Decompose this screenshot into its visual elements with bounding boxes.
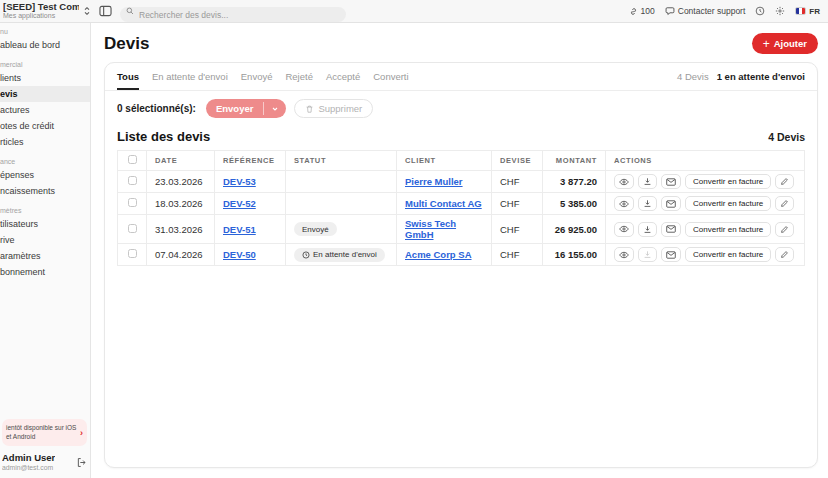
org-info: [SEED] Test Company ... Mes applications [3,2,79,19]
client-link[interactable]: Pierre Muller [405,176,463,187]
mobile-app-promo[interactable]: ientôt disponible sur iOS et Android › [2,419,87,447]
amount-cell: 3 877.20 [543,171,606,193]
logout-icon[interactable] [76,457,87,468]
sidebar-item-clients[interactable]: lients [0,70,90,86]
org-switcher[interactable]: [SEED] Test Company ... Mes applications [3,2,91,19]
send-label: Envoyer [206,99,264,118]
email-button[interactable] [661,196,681,211]
user-account[interactable]: Admin User admin@test.com [2,453,87,472]
column-actions: ACTIONS [606,151,805,171]
column-montant: MONTANT [543,151,606,171]
eye-icon [619,251,629,259]
view-button[interactable] [614,222,634,237]
sidebar-item-encaissements[interactable]: ncaissements [0,183,90,199]
table-row: 23.03.2026 DEV-53 Pierre Muller CHF 3 87… [118,171,805,193]
tabs-counts: 4 Devis 1 en attente d'envoi [677,63,805,90]
status-cell: Envoyé [286,215,397,244]
client-link[interactable]: Swiss Tech GmbH [405,218,456,240]
download-button[interactable] [638,174,657,189]
convert-to-invoice-button[interactable]: Convertir en facture [685,247,771,262]
sidebar-toggle-icon[interactable] [99,5,112,17]
download-button[interactable] [638,247,657,262]
view-button[interactable] [614,247,634,262]
trash-icon [305,104,314,114]
status-cell: En attente d'envoi [286,244,397,266]
delete-button[interactable]: Supprimer [294,99,373,118]
french-flag-icon [795,7,806,15]
reference-link[interactable]: DEV-50 [223,249,256,260]
sidebar-item-abonnement[interactable]: bonnement [0,264,90,280]
sidebar-item-notes-de-credit[interactable]: otes de crédit [0,118,90,134]
edit-button[interactable] [775,247,794,262]
tab-converti[interactable]: Converti [373,63,408,90]
clock-icon [302,251,310,259]
row-checkbox[interactable] [128,198,137,207]
edit-button[interactable] [775,222,794,237]
clock-icon[interactable] [755,6,765,16]
sidebar-item-depenses[interactable]: épenses [0,167,90,183]
download-icon [643,225,652,234]
sidebar-item-articles[interactable]: rticles [0,134,90,150]
client-link[interactable]: Multi Contact AG [405,198,482,209]
sidebar-item-devis[interactable]: evis [0,86,90,102]
sidebar-item-tableau-de-bord[interactable]: ableau de bord [0,37,90,53]
email-button[interactable] [661,174,681,189]
tab-en-attente-denvoi[interactable]: En attente d'envoi [152,63,228,90]
add-quote-button[interactable]: + Ajouter [752,33,818,54]
select-all-checkbox[interactable] [128,155,137,164]
row-actions: Convertir en facture [614,174,796,189]
reference-link[interactable]: DEV-52 [223,198,256,209]
reference-link[interactable]: DEV-51 [223,224,256,235]
org-subtitle: Mes applications [3,12,79,19]
tab-envoye[interactable]: Envoyé [241,63,273,90]
sidebar-section-parametres: mètres [0,205,90,216]
table-row: 31.03.2026 DEV-51 Envoyé Swiss Tech GmbH… [118,215,805,244]
tab-tous[interactable]: Tous [117,63,139,90]
credits-count: 100 [641,6,655,16]
user-name: Admin User [2,453,55,464]
tab-accepte[interactable]: Accepté [326,63,360,90]
row-checkbox[interactable] [128,224,137,233]
contact-support[interactable]: Contacter support [665,6,746,16]
sidebar-item-factures[interactable]: actures [0,102,90,118]
sidebar-item-utilisateurs[interactable]: tilisateurs [0,216,90,232]
credits[interactable]: 100 [629,6,655,16]
user-email: admin@test.com [2,464,55,472]
chevron-right-icon: › [80,428,83,438]
sidebar-item-drive[interactable]: rive [0,232,90,248]
client-link[interactable]: Acme Corp SA [405,249,472,260]
edit-button[interactable] [775,174,794,189]
row-actions: Convertir en facture [614,247,796,262]
email-button[interactable] [661,222,681,237]
contact-support-label: Contacter support [678,6,746,16]
convert-to-invoice-button[interactable]: Convertir en facture [685,196,771,211]
tab-rejete[interactable]: Rejeté [285,63,312,90]
download-icon [643,250,652,259]
chevrons-up-down-icon [83,6,91,16]
row-checkbox[interactable] [128,176,137,185]
mail-icon [666,178,676,186]
list-title: Liste des devis [117,129,210,144]
table-row: 07.04.2026 DEV-50 En attente d'envoi Acm… [118,244,805,266]
main-content: Devis + Ajouter Tous En attente d'envoi … [91,23,828,478]
convert-to-invoice-button[interactable]: Convertir en facture [685,174,771,189]
convert-to-invoice-button[interactable]: Convertir en facture [685,222,771,237]
download-button[interactable] [638,196,657,211]
plus-icon: + [763,38,770,50]
send-button[interactable]: Envoyer [206,99,287,118]
edit-button[interactable] [775,196,794,211]
column-devise: DEVISE [492,151,543,171]
email-button[interactable] [661,247,681,262]
search-input[interactable] [120,7,346,22]
view-button[interactable] [614,196,634,211]
chevron-down-icon[interactable] [264,99,286,118]
list-count: 4 Devis [768,131,805,143]
download-button[interactable] [638,222,657,237]
language-selector[interactable]: FR [795,7,820,16]
reference-link[interactable]: DEV-53 [223,176,256,187]
view-button[interactable] [614,174,634,189]
settings-icon[interactable] [775,6,785,16]
row-checkbox[interactable] [128,249,137,258]
sidebar-item-parametres[interactable]: aramètres [0,248,90,264]
column-reference: RÉFÉRENCE [215,151,286,171]
